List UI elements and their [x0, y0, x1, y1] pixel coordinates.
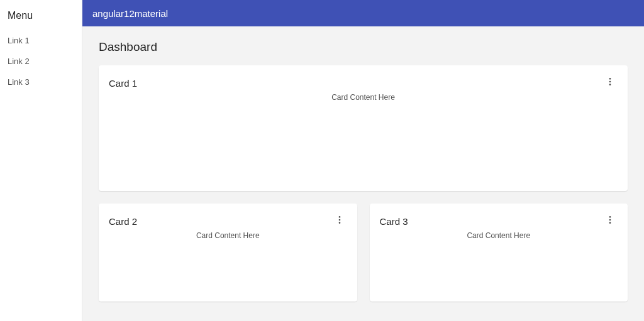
card-header: Card 3	[380, 214, 618, 229]
card-1: Card 1 Card Content Here	[99, 65, 628, 191]
main-area: angular12material Dashboard Card 1 Card …	[82, 0, 644, 321]
card-header: Card 1	[109, 75, 618, 90]
more-vert-icon	[605, 215, 615, 227]
svg-point-4	[338, 219, 340, 221]
page-title: Dashboard	[99, 40, 628, 54]
app-toolbar: angular12material	[82, 0, 644, 26]
card-title: Card 3	[380, 216, 408, 227]
card-2: Card 2 Card Content Here	[99, 204, 357, 302]
card-grid: Card 1 Card Content Here Card 2	[99, 65, 628, 302]
card-content: Card Content Here	[109, 93, 618, 102]
card-title: Card 2	[109, 216, 137, 227]
svg-point-2	[609, 84, 611, 85]
content-area: Dashboard Card 1 Card Content Here Card …	[82, 26, 644, 321]
svg-point-0	[609, 78, 611, 80]
card-3: Card 3 Card Content Here	[370, 204, 628, 302]
more-vert-icon	[335, 215, 345, 227]
sidebar-link-1[interactable]: Link 1	[0, 30, 82, 51]
sidebar: Menu Link 1 Link 2 Link 3	[0, 0, 82, 321]
sidebar-link-2[interactable]: Link 2	[0, 51, 82, 72]
card-content: Card Content Here	[380, 231, 618, 240]
sidebar-link-3[interactable]: Link 3	[0, 72, 82, 92]
svg-point-8	[609, 222, 611, 224]
svg-point-6	[609, 216, 611, 218]
more-vert-icon	[605, 77, 615, 89]
svg-point-3	[338, 216, 340, 218]
app-title: angular12material	[92, 8, 168, 19]
more-menu-button[interactable]	[332, 214, 347, 229]
svg-point-5	[338, 222, 340, 224]
svg-point-7	[609, 219, 611, 221]
card-title: Card 1	[109, 78, 137, 89]
card-content: Card Content Here	[109, 231, 347, 240]
more-menu-button[interactable]	[602, 75, 618, 90]
card-header: Card 2	[109, 214, 347, 229]
svg-point-1	[609, 81, 611, 83]
sidebar-title: Menu	[0, 6, 82, 30]
more-menu-button[interactable]	[602, 214, 618, 229]
